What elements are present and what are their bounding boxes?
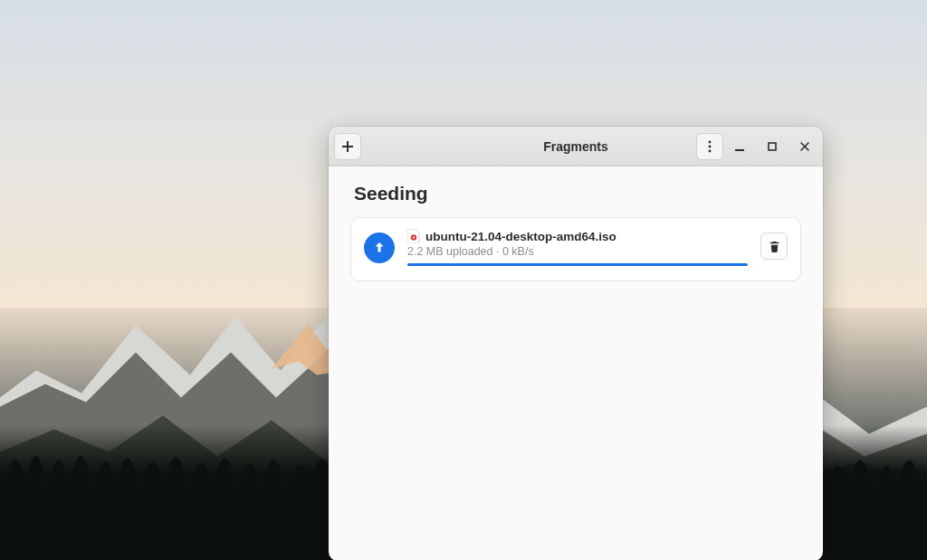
disc-image-icon bbox=[407, 229, 420, 243]
app-window: Fragments Seeding bbox=[329, 127, 823, 560]
svg-rect-4 bbox=[769, 143, 776, 150]
titlebar[interactable]: Fragments bbox=[329, 127, 823, 166]
progress-bar bbox=[407, 263, 748, 266]
svg-point-6 bbox=[413, 237, 415, 239]
torrent-status: 2.2 MB uploaded · 0 kB/s bbox=[407, 245, 748, 258]
torrent-row[interactable]: ubuntu-21.04-desktop-amd64.iso 2.2 MB up… bbox=[350, 217, 801, 281]
content-area: Seeding ubuntu-21.04-desktop-amd64.iso bbox=[329, 166, 823, 560]
svg-point-1 bbox=[709, 145, 712, 147]
delete-button[interactable] bbox=[760, 233, 788, 260]
minimize-button[interactable] bbox=[727, 134, 752, 159]
section-heading: Seeding bbox=[354, 183, 798, 204]
upload-icon bbox=[364, 233, 395, 263]
torrent-filename: ubuntu-21.04-desktop-amd64.iso bbox=[425, 230, 616, 243]
svg-point-0 bbox=[709, 140, 712, 143]
maximize-button[interactable] bbox=[760, 134, 785, 159]
close-button[interactable] bbox=[792, 134, 817, 159]
svg-rect-3 bbox=[735, 149, 744, 151]
svg-point-2 bbox=[709, 149, 712, 152]
add-button[interactable] bbox=[334, 133, 361, 160]
menu-button[interactable] bbox=[696, 133, 723, 160]
